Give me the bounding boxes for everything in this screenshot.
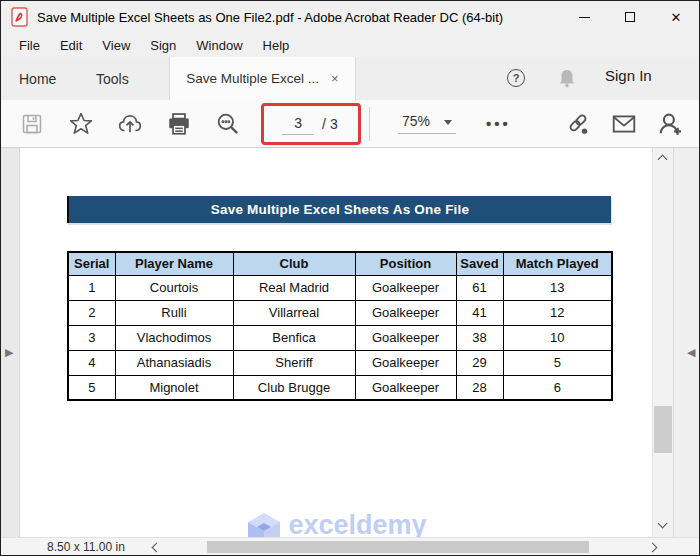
- notification-bell-icon[interactable]: [557, 68, 577, 90]
- column-header: Club: [233, 252, 355, 275]
- column-header: Match Played: [503, 252, 612, 275]
- horizontal-scroll-thumb[interactable]: [207, 541, 589, 553]
- table-cell: 61: [456, 275, 503, 300]
- tab-bar: Home Tools Save Multiple Excel ... × ? S…: [1, 57, 699, 100]
- main-toolbar: 3 / 3 75% •••: [1, 100, 699, 148]
- save-button[interactable]: [19, 111, 45, 137]
- expand-right-pane-icon[interactable]: ◀: [687, 346, 695, 359]
- zoom-level-value: 75%: [402, 113, 430, 129]
- table-cell: 13: [503, 275, 612, 300]
- table-cell: 12: [503, 300, 612, 325]
- tab-home[interactable]: Home: [19, 57, 56, 100]
- maximize-button[interactable]: [607, 1, 653, 33]
- scroll-left-icon[interactable]: [152, 543, 162, 553]
- table-cell: 1: [68, 275, 115, 300]
- menu-bar: File Edit View Sign Window Help: [1, 33, 699, 57]
- left-nav-pane-collapsed: ▶: [1, 148, 20, 537]
- table-cell: 38: [456, 325, 503, 350]
- scroll-down-icon[interactable]: [658, 519, 668, 529]
- share-link-button[interactable]: [565, 111, 591, 137]
- person-add-icon: [657, 110, 683, 138]
- table-cell: 28: [456, 375, 503, 400]
- pdf-file-icon: [11, 7, 28, 27]
- table-cell: Athanasiadis: [115, 350, 233, 375]
- title-bar: Save Multiple Excel Sheets as One File2.…: [1, 1, 699, 33]
- table-cell: Rulli: [115, 300, 233, 325]
- star-favorites-button[interactable]: [68, 111, 94, 137]
- sign-in-button[interactable]: Sign In: [605, 67, 652, 84]
- table-cell: Mignolet: [115, 375, 233, 400]
- menu-view[interactable]: View: [92, 38, 140, 53]
- table-cell: Villarreal: [233, 300, 355, 325]
- menu-sign[interactable]: Sign: [140, 38, 186, 53]
- table-cell: 5: [503, 350, 612, 375]
- email-button[interactable]: [611, 111, 637, 137]
- column-header: Player Name: [115, 252, 233, 275]
- table-cell: 6: [503, 375, 612, 400]
- tab-document[interactable]: Save Multiple Excel ... ×: [169, 57, 356, 100]
- pdf-page: Save Multiple Excel Sheets As One File S…: [21, 148, 652, 537]
- vertical-scroll-thumb[interactable]: [654, 406, 672, 453]
- help-icon[interactable]: ?: [507, 69, 525, 87]
- menu-file[interactable]: File: [9, 38, 50, 53]
- table-row: 2RulliVillarrealGoalkeeper4112: [68, 300, 612, 325]
- horizontal-scrollbar[interactable]: [171, 540, 644, 554]
- toolbar-divider: [369, 107, 370, 141]
- column-header: Serial: [68, 252, 115, 275]
- table-row: 5MignoletClub BruggeGoalkeeper286: [68, 375, 612, 400]
- table-head: SerialPlayer NameClubPositionSavedMatch …: [68, 252, 612, 275]
- document-viewport: ▶ Save Multiple Excel Sheets As One File…: [1, 148, 699, 537]
- table-cell: Benfica: [233, 325, 355, 350]
- save-icon: [20, 112, 44, 136]
- minimize-icon: [579, 17, 590, 18]
- banner-title: Save Multiple Excel Sheets As One File: [211, 202, 469, 217]
- table-cell: 2: [68, 300, 115, 325]
- page-number-input[interactable]: 3: [282, 113, 314, 135]
- minimize-button[interactable]: [561, 1, 607, 33]
- column-header: Saved: [456, 252, 503, 275]
- page-size-label: 8.50 x 11.00 in: [47, 540, 125, 554]
- window-title: Save Multiple Excel Sheets as One File2.…: [37, 10, 503, 25]
- table-cell: 41: [456, 300, 503, 325]
- page-navigation: 3 / 3: [267, 106, 353, 142]
- printer-icon: [166, 111, 192, 137]
- table-body: 1CourtoisReal MadridGoalkeeper61132Rulli…: [68, 275, 612, 400]
- table-row: 4AthanasiadisSheriffGoalkeeper295: [68, 350, 612, 375]
- table-cell: Real Madrid: [233, 275, 355, 300]
- right-tools-pane-collapsed: ◀: [673, 148, 699, 537]
- table-cell: 5: [68, 375, 115, 400]
- page-total-label: / 3: [322, 116, 338, 132]
- zoom-level-control[interactable]: 75%: [398, 113, 456, 134]
- tab-close-icon[interactable]: ×: [331, 71, 339, 86]
- fill-sign-person-button[interactable]: [657, 111, 683, 137]
- zoom-search-button[interactable]: [215, 111, 241, 137]
- table-cell: 29: [456, 350, 503, 375]
- scroll-right-icon[interactable]: [648, 543, 658, 553]
- close-button[interactable]: ✕: [653, 1, 699, 33]
- menu-edit[interactable]: Edit: [50, 38, 92, 53]
- maximize-icon: [625, 12, 635, 22]
- tab-tools[interactable]: Tools: [96, 57, 129, 100]
- table-cell: Goalkeeper: [355, 300, 456, 325]
- more-tools-button[interactable]: •••: [486, 115, 511, 132]
- table-cell: Sheriff: [233, 350, 355, 375]
- tab-document-label: Save Multiple Excel ...: [186, 71, 319, 86]
- zoom-dropdown-caret-icon[interactable]: [444, 120, 452, 125]
- column-header: Position: [355, 252, 456, 275]
- table-cell: Goalkeeper: [355, 350, 456, 375]
- star-icon: [68, 111, 94, 137]
- exceldemy-cube-logo-icon: [246, 511, 282, 537]
- print-button[interactable]: [166, 111, 192, 137]
- menu-help[interactable]: Help: [253, 38, 300, 53]
- envelope-icon: [611, 110, 637, 138]
- expand-left-pane-icon[interactable]: ▶: [5, 346, 13, 359]
- vertical-scrollbar[interactable]: [652, 148, 673, 537]
- share-upload-button[interactable]: [117, 111, 143, 137]
- table-cell: Vlachodimos: [115, 325, 233, 350]
- menu-window[interactable]: Window: [186, 38, 252, 53]
- pdf-table: SerialPlayer NameClubPositionSavedMatch …: [67, 251, 613, 401]
- title-banner: Save Multiple Excel Sheets As One File: [67, 196, 611, 223]
- scroll-up-icon[interactable]: [658, 155, 668, 165]
- toolbar-right-group: [545, 111, 683, 137]
- table-cell: 10: [503, 325, 612, 350]
